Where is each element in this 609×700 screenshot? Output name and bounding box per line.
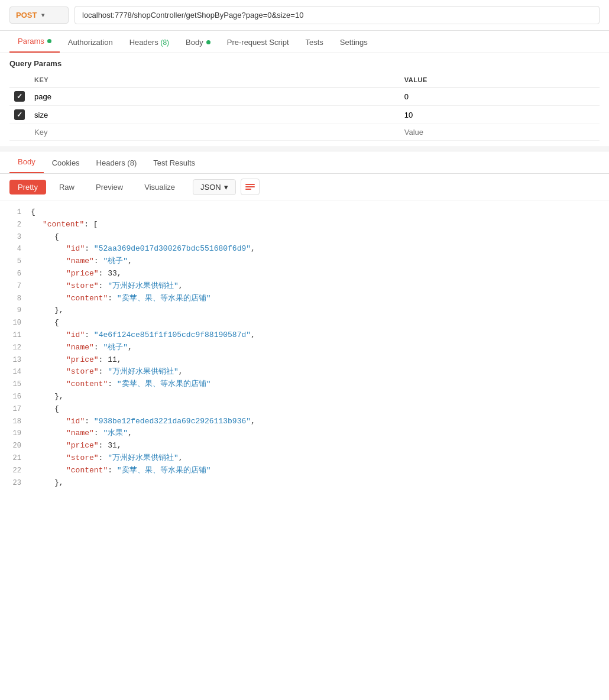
pretty-button[interactable]: Pretty (9, 180, 46, 195)
wrap-button[interactable] (241, 179, 260, 195)
tab-body[interactable]: Body (177, 32, 219, 53)
json-line-5: 5 "name": "桃子", (9, 255, 600, 268)
request-tabs: Params Authorization Headers (8) Body Pr… (0, 31, 609, 53)
table-row (9, 88, 600, 106)
json-line-14: 14 "store": "万州好水果供销社", (9, 366, 600, 378)
json-line-11: 11 "id": "4e6f124ce851f1f105cdc9f8819058… (9, 329, 600, 342)
tab-settings[interactable]: Settings (332, 32, 376, 53)
json-line-4: 4 "id": "52aa369de017d300267bdc551680f6d… (9, 243, 600, 255)
response-tab-headers[interactable]: Headers (8) (88, 153, 145, 173)
row1-checkbox[interactable] (14, 91, 25, 102)
key-column-header: KEY (30, 73, 400, 88)
json-line-20: 20 "price": 31, (9, 440, 600, 452)
json-line-7: 7 "store": "万州好水果供销社", (9, 280, 600, 293)
json-line-13: 13 "price": 11, (9, 354, 600, 367)
json-line-1: 1 { (9, 206, 600, 219)
json-line-21: 21 "store": "万州好水果供销社", (9, 452, 600, 465)
tab-authorization[interactable]: Authorization (60, 32, 121, 53)
json-line-2: 2 "content": [ (9, 219, 600, 231)
table-row (9, 106, 600, 124)
json-content-area: 1 { 2 "content": [ 3 { 4 "id": "52aa369d… (0, 200, 609, 495)
json-format-selector[interactable]: JSON ▾ (193, 179, 236, 195)
raw-button[interactable]: Raw (51, 180, 83, 195)
tab-tests[interactable]: Tests (297, 32, 332, 53)
preview-button[interactable]: Preview (88, 180, 131, 195)
json-line-12: 12 "name": "桃子", (9, 342, 600, 354)
json-line-22: 22 "content": "卖苹、果、等水果的店铺" (9, 465, 600, 477)
json-line-6: 6 "price": 33, (9, 268, 600, 280)
url-input[interactable] (74, 6, 600, 24)
visualize-button[interactable]: Visualize (136, 180, 183, 195)
response-section: Body Cookies Headers (8) Test Results Pr… (0, 151, 609, 495)
row1-value-input[interactable] (404, 92, 595, 101)
json-line-19: 19 "name": "水果", (9, 427, 600, 440)
response-tabs: Body Cookies Headers (8) Test Results (0, 151, 609, 174)
response-tab-test-results[interactable]: Test Results (145, 153, 203, 173)
row2-checkbox[interactable] (14, 109, 25, 120)
json-line-10: 10 { (9, 317, 600, 329)
method-label: POST (16, 11, 37, 20)
method-selector[interactable]: POST ▾ (9, 7, 69, 24)
tab-params[interactable]: Params (9, 31, 60, 53)
json-format-label: JSON (200, 183, 221, 192)
json-line-9: 9 }, (9, 304, 600, 317)
json-chevron-icon: ▾ (224, 183, 228, 192)
wrap-icon (245, 184, 255, 190)
tab-prerequest[interactable]: Pre-request Script (219, 32, 297, 53)
json-line-8: 8 "content": "卖苹、果、等水果的店铺" (9, 293, 600, 305)
json-line-3: 3 { (9, 231, 600, 244)
response-tab-body[interactable]: Body (9, 151, 44, 173)
json-line-18: 18 "id": "938be12feded3221da69c2926113b9… (9, 416, 600, 428)
params-table: KEY VALUE (9, 73, 600, 141)
new-key-input[interactable] (34, 128, 395, 137)
format-bar: Pretty Raw Preview Visualize JSON ▾ (0, 174, 609, 200)
json-line-23: 23 }, (9, 477, 600, 490)
row2-value-input[interactable] (404, 111, 595, 119)
new-value-input[interactable] (404, 128, 595, 137)
response-tab-cookies[interactable]: Cookies (44, 153, 88, 173)
request-bar: POST ▾ (0, 0, 609, 31)
table-row (9, 124, 600, 141)
row2-key-input[interactable] (34, 111, 395, 119)
json-line-17: 17 { (9, 403, 600, 416)
json-line-16: 16 }, (9, 391, 600, 403)
method-chevron: ▾ (41, 12, 44, 18)
row1-key-input[interactable] (34, 92, 395, 101)
section-divider (0, 147, 609, 151)
tab-headers[interactable]: Headers (8) (121, 32, 177, 53)
json-line-15: 15 "content": "卖苹、果、等水果的店铺" (9, 378, 600, 391)
value-column-header: VALUE (400, 73, 600, 88)
query-params-section: Query Params KEY VALUE (0, 53, 609, 147)
params-dot (47, 39, 51, 43)
body-dot (206, 40, 210, 44)
query-params-label: Query Params (9, 59, 600, 68)
